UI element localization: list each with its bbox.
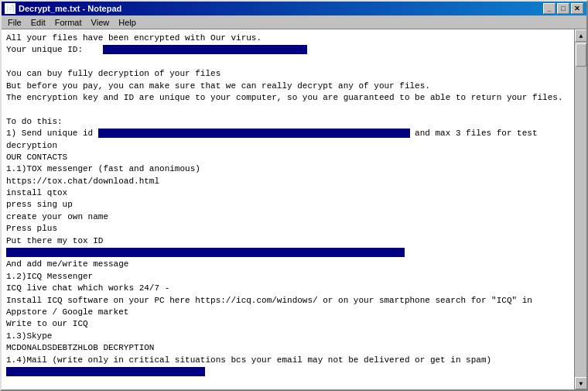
title-bar-left: 📄 Decrypt_me.txt - Notepad [5,3,121,14]
unique-id-highlight [103,45,307,54]
scroll-down-button[interactable]: ▼ [575,377,586,389]
text-content[interactable]: All your files have been encrypted with … [2,29,574,389]
menu-format[interactable]: Format [50,17,87,28]
content-area: All your files have been encrypted with … [2,29,586,389]
notepad-window: 📄 Decrypt_me.txt - Notepad _ □ ✕ File Ed… [0,0,588,391]
minimize-button[interactable]: _ [543,3,556,14]
title-bar: 📄 Decrypt_me.txt - Notepad _ □ ✕ [2,2,586,15]
window-title: Decrypt_me.txt - Notepad [19,4,121,13]
email-highlight [6,367,205,376]
notepad-icon: 📄 [5,3,15,14]
scroll-thumb[interactable] [576,43,586,67]
maximize-button[interactable]: □ [557,3,569,14]
menu-file[interactable]: File [3,17,26,28]
menu-view[interactable]: View [87,17,115,28]
menu-edit[interactable]: Edit [26,17,50,28]
menu-help[interactable]: Help [114,17,141,28]
close-button[interactable]: ✕ [571,3,583,14]
menu-bar: File Edit Format View Help [2,15,586,29]
scroll-track[interactable] [575,42,586,377]
scrollbar[interactable]: ▲ ▼ [574,29,586,389]
send-id-highlight [98,129,410,138]
title-controls: _ □ ✕ [543,3,583,14]
scroll-up-button[interactable]: ▲ [575,29,586,42]
tox-id-highlight [6,248,405,257]
